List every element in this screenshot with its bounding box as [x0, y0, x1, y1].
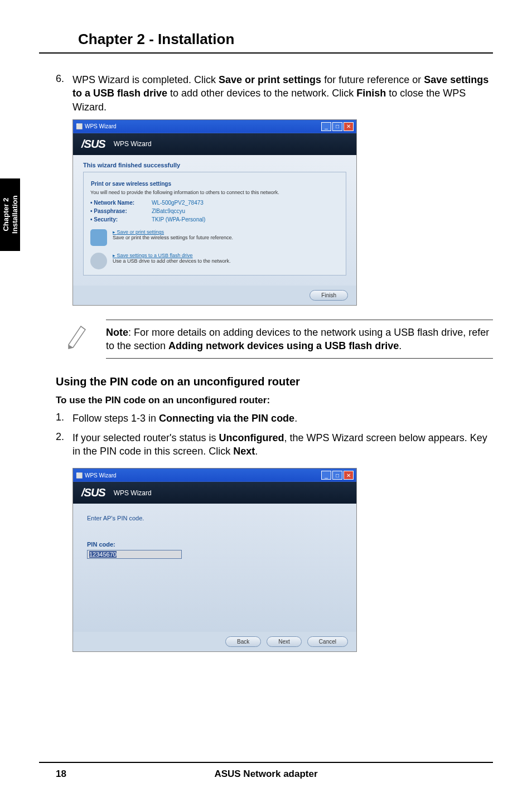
- passphrase-row: • Passphrase: ZlBatc9qccyu: [90, 208, 339, 214]
- side-tab-line2: Installation: [10, 196, 18, 234]
- save-print-desc: Save or print the wireless settings for …: [113, 235, 233, 240]
- save-print-link[interactable]: Save or print settings: [113, 229, 233, 235]
- note-text: Note: For more details on adding devices…: [106, 320, 493, 359]
- asus-header-2: /SUS WPS Wizard: [73, 482, 356, 504]
- titlebar-2: ⬜ WPS Wizard _ □ ✕: [73, 468, 356, 482]
- save-usb-link[interactable]: Save settings to a USB flash drive: [113, 253, 231, 258]
- step-6: 6. WPS Wizard is completed. Click Save o…: [56, 73, 493, 114]
- finish-button[interactable]: Finish: [309, 290, 348, 301]
- save-print-action: Save or print settings Save or print the…: [90, 229, 339, 246]
- wizard-finished-heading: This wizard finished successfully: [83, 162, 346, 168]
- network-name-row: • Network Name: WL-500gPV2_78473: [90, 200, 339, 206]
- asus-logo-2: /SUS: [81, 486, 105, 499]
- back-button[interactable]: Back: [225, 636, 261, 647]
- asus-subtitle: WPS Wizard: [114, 140, 152, 148]
- step-1: 1. Follow steps 1-3 in Connecting via th…: [56, 412, 493, 425]
- note-block: Note: For more details on adding devices…: [64, 320, 493, 359]
- pin-code-input[interactable]: 12345670: [87, 550, 182, 559]
- step-2-num: 2.: [56, 431, 64, 458]
- footer-title: ASUS Network adapter: [214, 769, 317, 780]
- wps-wizard-screenshot-2: ⬜ WPS Wizard _ □ ✕ /SUS WPS Wizard Enter…: [72, 468, 357, 652]
- page-footer: 18 ASUS Network adapter: [39, 762, 493, 780]
- close-button[interactable]: ✕: [344, 122, 354, 131]
- pencil-icon: [64, 320, 89, 359]
- side-tab: Chapter 2 Installation: [0, 178, 20, 251]
- cancel-button[interactable]: Cancel: [307, 636, 348, 647]
- fieldset-legend: Print or save wireless settings: [89, 181, 173, 187]
- minimize-button-2[interactable]: _: [321, 471, 331, 480]
- step-6-text: WPS Wizard is completed. Click Save or p…: [72, 73, 493, 114]
- section-heading: Using the PIN code on an unconfigured ro…: [56, 375, 493, 388]
- titlebar-icon-2: ⬜: [76, 472, 83, 479]
- save-usb-desc: Use a USB drive to add other devices to …: [113, 258, 231, 264]
- security-row: • Security: TKIP (WPA-Personal): [90, 216, 339, 223]
- title-divider: [39, 52, 493, 54]
- close-button-2[interactable]: ✕: [344, 471, 354, 480]
- printer-icon: [90, 229, 107, 246]
- side-tab-line1: Chapter 2: [1, 198, 9, 231]
- minimize-button[interactable]: _: [321, 122, 331, 131]
- maximize-button[interactable]: □: [332, 122, 342, 131]
- titlebar-icon: ⬜: [76, 123, 83, 129]
- step-1-num: 1.: [56, 412, 64, 425]
- usb-icon: [90, 253, 107, 269]
- page-number: 18: [56, 769, 66, 780]
- asus-header: /SUS WPS Wizard: [73, 133, 356, 155]
- step-1-text: Follow steps 1-3 in Connecting via the P…: [72, 412, 297, 425]
- print-save-fieldset: Print or save wireless settings You will…: [83, 172, 346, 276]
- step-2: 2. If your selected router's status is U…: [56, 431, 493, 458]
- chapter-title: Chapter 2 - Installation: [78, 31, 493, 48]
- next-button[interactable]: Next: [267, 636, 302, 647]
- pin-code-label: PIN code:: [87, 541, 342, 548]
- enter-pin-text: Enter AP's PIN code.: [87, 515, 342, 521]
- maximize-button-2[interactable]: □: [332, 471, 342, 480]
- asus-logo: /SUS: [81, 138, 105, 151]
- step-6-num: 6.: [56, 73, 64, 114]
- fieldset-desc: You will need to provide the following i…: [90, 190, 339, 195]
- svg-line-0: [81, 326, 85, 330]
- step-2-text: If your selected router's status is Unco…: [72, 431, 493, 458]
- titlebar-text: WPS Wizard: [85, 123, 117, 129]
- save-usb-action: Save settings to a USB flash drive Use a…: [90, 253, 339, 269]
- titlebar: ⬜ WPS Wizard _ □ ✕: [73, 120, 356, 133]
- section-subheading: To use the PIN code on an unconfigured r…: [56, 395, 493, 406]
- wps-wizard-screenshot-1: ⬜ WPS Wizard _ □ ✕ /SUS WPS Wizard This …: [72, 119, 357, 306]
- asus-subtitle-2: WPS Wizard: [114, 489, 152, 497]
- titlebar-text-2: WPS Wizard: [85, 472, 117, 479]
